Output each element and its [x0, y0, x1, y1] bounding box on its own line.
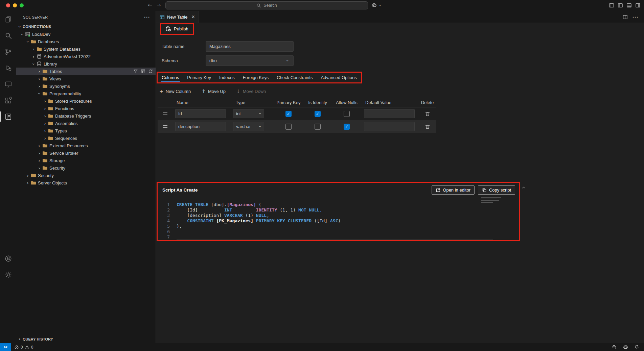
drag-handle[interactable] [163, 112, 167, 115]
tree-item-service-broker[interactable]: ›Service Broker [16, 149, 156, 157]
remote-explorer-icon[interactable] [0, 76, 16, 92]
copilot-status-icon[interactable] [623, 344, 628, 350]
open-in-editor-button[interactable]: Open in editor [432, 185, 475, 195]
source-control-icon[interactable] [0, 44, 16, 60]
query-history-section-header[interactable]: › QUERY HISTORY [16, 335, 156, 343]
problems-status[interactable]: 0 0 [14, 345, 33, 350]
tree-item-adventureworkslt2022[interactable]: ›AdventureWorksLT2022 [16, 53, 156, 60]
column-name-input[interactable] [175, 109, 226, 118]
tree-item-system-databases[interactable]: ›System Databases [16, 45, 156, 53]
tree-item-library[interactable]: ›Library [16, 60, 156, 68]
settings-gear-icon[interactable] [0, 267, 16, 283]
tab-advanced-options[interactable]: Advanced Options [317, 73, 361, 82]
customize-layout-icon[interactable] [609, 3, 614, 8]
sql-code-editor[interactable]: 1CREATE TABLE [dbo].[Magazines] (2 [Id] … [158, 202, 493, 240]
tree-item-tables[interactable]: ›Tables [16, 68, 156, 75]
status-bar: >< 0 0 [0, 343, 644, 351]
copilot-menu[interactable]: › [371, 2, 383, 8]
close-tab-icon[interactable]: × [191, 14, 194, 20]
run-debug-icon[interactable] [0, 60, 16, 76]
tree-item-assemblies[interactable]: ›Assemblies [16, 120, 156, 127]
default-value-input[interactable] [364, 109, 415, 118]
copy-script-button[interactable]: Copy script [478, 185, 515, 195]
tree-item-views[interactable]: ›Views [16, 75, 156, 82]
folder-icon [48, 135, 53, 141]
move-down-button[interactable]: ↓ Move Down [236, 89, 266, 94]
tree-item-functions[interactable]: ›Functions [16, 105, 156, 112]
tree-item-sequences[interactable]: ›Sequences [16, 134, 156, 142]
tree-item-security[interactable]: ›Security [16, 172, 156, 179]
tree-item-storage[interactable]: ›Storage [16, 157, 156, 164]
remote-indicator[interactable]: >< [0, 343, 11, 351]
command-center-search[interactable]: Search [165, 1, 368, 9]
tree-item-databases[interactable]: ›Databases [16, 38, 156, 45]
tree-item-external-resources[interactable]: ›External Resources [16, 142, 156, 149]
tab-check-constraints[interactable]: Check Constraints [273, 73, 317, 82]
minimize-window-button[interactable] [13, 3, 17, 7]
new-column-button[interactable]: + New Column [159, 89, 191, 94]
toggle-secondary-sidebar-icon[interactable] [635, 3, 641, 8]
allow-nulls-checkbox[interactable] [344, 124, 350, 130]
status-bar-right [612, 344, 644, 350]
drag-handle[interactable] [163, 125, 167, 128]
tree-item-stored-procedures[interactable]: ›Stored Procedures [16, 97, 156, 105]
column-type-select[interactable]: varchar› [233, 122, 264, 131]
tree-item-types[interactable]: ›Types [16, 127, 156, 134]
tree-item-localdev[interactable]: ›LocalDev [16, 30, 156, 38]
toggle-panel-icon[interactable] [626, 3, 632, 8]
go-back-button[interactable]: ← [148, 2, 152, 8]
move-up-button[interactable]: ↑ Move Up [202, 89, 226, 94]
activity-bar-bottom [0, 250, 16, 283]
tab-indexes[interactable]: Indexes [215, 73, 239, 82]
split-editor-icon[interactable] [623, 15, 628, 20]
tree-item-server-objects[interactable]: ›Server Objects [16, 179, 156, 186]
sidebar-more-actions-icon[interactable]: ··· [144, 14, 150, 20]
is-identity-checkbox[interactable] [315, 124, 321, 130]
zoom-icon[interactable] [612, 345, 617, 350]
tree-item-security[interactable]: ›Security [16, 164, 156, 172]
chevron-down-icon: › [37, 91, 42, 96]
tab-primary-key[interactable]: Primary Key [183, 73, 215, 82]
tree-item-synonyms[interactable]: ›Synonyms [16, 82, 156, 90]
tablegrid-icon[interactable] [141, 69, 145, 74]
maximize-window-button[interactable] [20, 3, 24, 7]
primary-key-checkbox[interactable] [285, 124, 292, 130]
go-forward-button[interactable]: → [157, 2, 161, 8]
default-value-input[interactable] [364, 122, 415, 131]
folder-icon [48, 128, 53, 133]
filter-icon[interactable] [133, 69, 138, 74]
publish-button[interactable]: Publish [161, 24, 193, 34]
connections-section-header[interactable]: › CONNECTIONS [16, 23, 156, 30]
accounts-icon[interactable] [0, 250, 16, 267]
toggle-sidebar-icon[interactable] [618, 3, 623, 8]
notifications-bell-icon[interactable] [634, 345, 639, 350]
sql-server-icon[interactable] [0, 108, 16, 125]
tab-columns[interactable]: Columns [158, 73, 183, 82]
tree-item-database-triggers[interactable]: ›Database Triggers [16, 112, 156, 120]
chevron-right-icon: › [31, 54, 36, 59]
table-name-input[interactable] [206, 41, 294, 52]
allow-nulls-checkbox[interactable] [344, 111, 350, 117]
editor-more-actions-icon[interactable]: ··· [632, 14, 639, 20]
line-number: 5 [158, 224, 170, 229]
column-type-select[interactable]: int› [233, 109, 264, 118]
scroll-up-icon[interactable] [521, 185, 526, 190]
tab-new-table[interactable]: New Table × [156, 11, 199, 23]
refresh-icon[interactable] [148, 69, 153, 74]
extensions-icon[interactable] [0, 92, 16, 108]
column-header-primary-key: Primary Key [274, 98, 303, 107]
explorer-icon[interactable] [0, 11, 16, 27]
line-number: 7 [158, 234, 170, 240]
tab-foreign-keys[interactable]: Foreign Keys [239, 73, 273, 82]
primary-key-checkbox[interactable] [285, 111, 292, 117]
schema-select[interactable]: dbo › [206, 55, 294, 66]
delete-row-icon[interactable] [425, 111, 430, 117]
close-window-button[interactable] [6, 3, 10, 7]
column-name-input[interactable] [175, 122, 226, 131]
search-icon[interactable] [0, 27, 16, 44]
delete-row-icon[interactable] [425, 124, 430, 129]
tree-item-label: Programmability [49, 91, 81, 96]
is-identity-checkbox[interactable] [315, 111, 321, 117]
title-bar: ← → Search › [0, 0, 644, 11]
tree-item-programmability[interactable]: ›Programmability [16, 90, 156, 97]
